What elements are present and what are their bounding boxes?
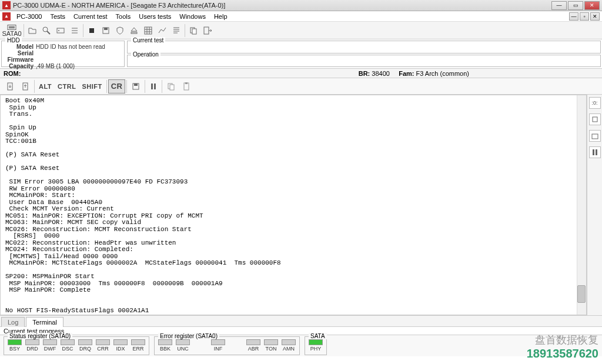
disk-tool-icon[interactable] bbox=[53, 24, 68, 38]
menu-tools[interactable]: Tools bbox=[112, 12, 135, 21]
hdd-capacity-label: Capacity bbox=[5, 63, 36, 69]
side-chip-icon[interactable] bbox=[589, 113, 601, 125]
open-icon[interactable] bbox=[25, 24, 39, 38]
text-list-icon[interactable] bbox=[169, 24, 183, 38]
error-bit-inf: INF bbox=[210, 339, 226, 353]
hdd-capacity-value: ,49 MB (1 000) bbox=[36, 63, 75, 69]
side-counter-icon[interactable]: :0: bbox=[589, 97, 601, 109]
copy-terminal-icon[interactable] bbox=[163, 79, 179, 93]
scrollbar-thumb[interactable] bbox=[577, 285, 586, 303]
app-icon: ▲ bbox=[2, 1, 11, 9]
mdi-restore-button[interactable]: ▫ bbox=[580, 12, 589, 21]
sata-register-legend: SATA bbox=[309, 333, 327, 339]
error-bit-ton: TON bbox=[263, 339, 279, 353]
svg-line-3 bbox=[47, 31, 50, 34]
shield-icon[interactable] bbox=[113, 24, 127, 38]
menubar-row: ▲ PC-3000 Tests Current test Tools Users… bbox=[0, 11, 602, 22]
menu-pc3000[interactable]: PC-3000 bbox=[13, 12, 45, 21]
error-bit-amn: AMN bbox=[280, 339, 297, 353]
br-label: BR: bbox=[359, 70, 370, 77]
cr-button[interactable]: CR bbox=[108, 79, 126, 93]
status-register-legend: Status register (SATA0) bbox=[8, 333, 72, 339]
save-terminal-icon[interactable] bbox=[128, 79, 143, 93]
clipboard-in-icon[interactable] bbox=[18, 79, 33, 93]
clipboard-out-icon[interactable] bbox=[2, 79, 18, 93]
svg-rect-32 bbox=[170, 85, 174, 90]
status-bit-crr: CRR bbox=[95, 339, 111, 353]
tab-terminal[interactable]: Terminal bbox=[26, 317, 63, 327]
rom-strip: ROM: BR: 38400 Fam: F3 Arch (common) bbox=[0, 69, 602, 78]
copy-icon[interactable] bbox=[186, 24, 200, 38]
sata-bit-phy: PHY bbox=[307, 339, 324, 353]
maximize-button[interactable]: ▭ bbox=[568, 1, 583, 10]
menu-tests[interactable]: Tests bbox=[46, 12, 69, 21]
exit-icon[interactable] bbox=[200, 24, 215, 38]
alt-button[interactable]: ALT bbox=[36, 79, 55, 93]
mdi-close-button[interactable]: ✕ bbox=[590, 12, 600, 21]
status-bit-err: ERR bbox=[130, 339, 146, 353]
side-reset-icon[interactable] bbox=[589, 130, 601, 142]
hdd-model-value: HDD ID has not been read bbox=[36, 44, 105, 50]
menu-help[interactable]: Help bbox=[210, 12, 231, 21]
current-test-box: Current test bbox=[127, 41, 601, 54]
svg-rect-1 bbox=[9, 26, 15, 28]
pause-icon[interactable] bbox=[146, 79, 160, 93]
error-bit-unc: UNC bbox=[175, 339, 191, 353]
menubar: PC-3000 Tests Current test Tools Users t… bbox=[13, 12, 231, 21]
svg-rect-13 bbox=[145, 27, 152, 34]
hdd-info-box: HDD ModelHDD ID has not been read Serial… bbox=[1, 41, 125, 67]
chip-icon[interactable] bbox=[85, 24, 99, 38]
tab-log[interactable]: Log bbox=[1, 317, 25, 327]
mdi-window-controls: — ▫ ✕ bbox=[569, 12, 600, 21]
eject-icon[interactable] bbox=[127, 24, 141, 38]
svg-rect-12 bbox=[131, 32, 137, 34]
paste-terminal-icon[interactable] bbox=[179, 79, 194, 93]
menu-users-tests[interactable]: Users tests bbox=[135, 12, 175, 21]
menu-current-test[interactable]: Current test bbox=[70, 12, 111, 21]
window-title: PC-3000 UDMA-E - NORTH AMERICA - [Seagat… bbox=[13, 2, 225, 9]
grid-icon[interactable] bbox=[141, 24, 155, 38]
terminal-output[interactable]: Boot 0x40M Spin Up Trans. Spin Up SpinOK… bbox=[0, 95, 587, 315]
ctrl-button[interactable]: CTRL bbox=[55, 79, 79, 93]
br-info: BR: 38400 Fam: F3 Arch (common) bbox=[359, 70, 469, 77]
svg-rect-24 bbox=[204, 27, 209, 34]
terminal-toolbar: ALT CTRL SHIFT CR bbox=[0, 78, 602, 95]
status-bit-idx: IDX bbox=[112, 339, 129, 353]
side-pause-icon[interactable] bbox=[589, 146, 601, 158]
main-toolbar: SATA0 bbox=[0, 22, 602, 39]
graph-icon[interactable] bbox=[155, 24, 169, 38]
status-register-group: Status register (SATA0) BSY DRD DWF DSC … bbox=[4, 336, 149, 355]
menu-windows[interactable]: Windows bbox=[176, 12, 209, 21]
window-controls: — ▭ ✕ bbox=[551, 1, 600, 10]
progress-strip: Current test progress bbox=[0, 327, 602, 335]
svg-rect-37 bbox=[593, 149, 594, 155]
svg-rect-36 bbox=[592, 134, 598, 139]
mdi-minimize-button[interactable]: — bbox=[569, 12, 578, 21]
shift-button[interactable]: SHIFT bbox=[79, 79, 105, 93]
fam-label: Fam: bbox=[399, 70, 414, 77]
svg-rect-9 bbox=[89, 28, 94, 33]
close-button[interactable]: ✕ bbox=[584, 1, 600, 10]
operation-box: Operation bbox=[127, 55, 601, 68]
bottom-tabs: Log Terminal bbox=[0, 315, 602, 327]
search-icon[interactable] bbox=[39, 24, 53, 38]
save-icon[interactable] bbox=[99, 24, 113, 38]
svg-rect-23 bbox=[192, 29, 196, 34]
svg-rect-29 bbox=[151, 84, 153, 89]
hdd-serial-label: Serial bbox=[5, 50, 36, 56]
svg-rect-38 bbox=[596, 149, 597, 155]
list-icon[interactable] bbox=[68, 24, 82, 38]
rom-label: ROM: bbox=[4, 70, 21, 77]
svg-rect-11 bbox=[104, 28, 108, 30]
terminal-scrollbar[interactable] bbox=[577, 95, 586, 315]
br-value: 38400 bbox=[372, 70, 390, 77]
svg-point-5 bbox=[58, 30, 59, 31]
status-bit-dwf: DWF bbox=[42, 339, 58, 353]
minimize-button[interactable]: — bbox=[551, 1, 567, 10]
info-strip: HDD ModelHDD ID has not been read Serial… bbox=[0, 39, 602, 69]
status-bit-bsy: BSY bbox=[6, 339, 23, 353]
sata-port-label: SATA0 bbox=[2, 31, 21, 37]
sata-port-button[interactable]: SATA0 bbox=[1, 24, 22, 38]
status-bit-dsc: DSC bbox=[59, 339, 76, 353]
svg-rect-28 bbox=[134, 84, 138, 86]
